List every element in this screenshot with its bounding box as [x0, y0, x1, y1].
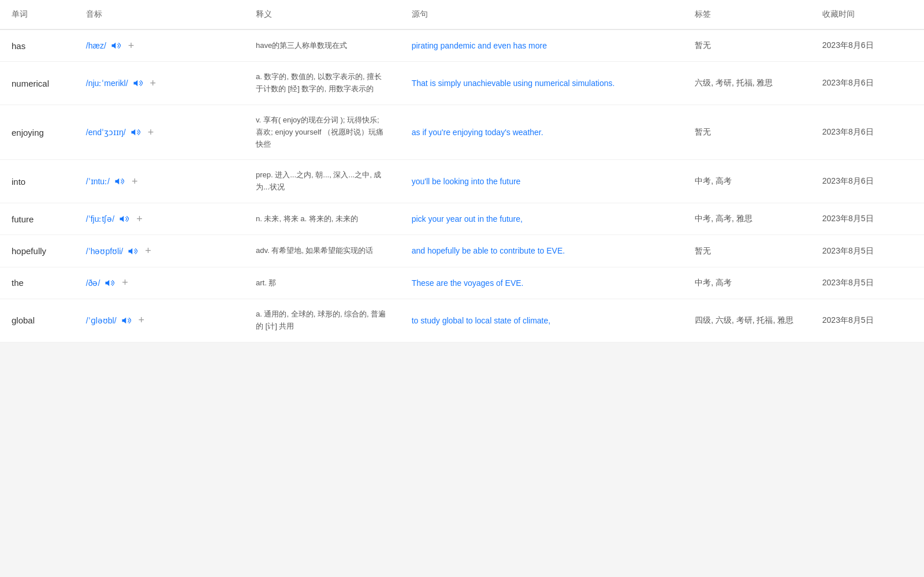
col-header-definition: 释义 [244, 0, 400, 29]
add-tag-button[interactable]: + [143, 245, 154, 257]
tags-cell: 暂无 [683, 105, 811, 159]
col-header-word: 单词 [0, 0, 74, 29]
phonetic-cell: /endˈʒɔɪɪŋ/ + [74, 105, 244, 159]
col-header-date: 收藏时间 [811, 0, 924, 29]
definition-cell: a. 通用的, 全球的, 球形的, 综合的, 普遍的 [计] 共用 [244, 299, 400, 343]
definition-cell: a. 数字的, 数值的, 以数字表示的, 擅长于计数的 [经] 数字的, 用数字… [244, 62, 400, 105]
sound-icon[interactable] [105, 278, 115, 288]
tags-cell: 四级, 六级, 考研, 托福, 雅思 [683, 299, 811, 343]
svg-marker-6 [106, 280, 110, 286]
col-header-tags: 标签 [683, 0, 811, 29]
date-cell: 2023年8月5日 [811, 267, 924, 299]
word-cell: global [0, 299, 74, 343]
tags-cell: 暂无 [683, 29, 811, 62]
phonetic-text: /endˈʒɔɪɪŋ/ [86, 128, 126, 137]
tags-cell: 中考, 高考 [683, 160, 811, 203]
phonetic-cell: /ˈhəʊpfʊli/ + [74, 235, 244, 267]
table-row: hopefully/ˈhəʊpfʊli/ +adv. 有希望地, 如果希望能实现… [0, 235, 924, 267]
sound-icon[interactable] [131, 127, 141, 137]
add-tag-button[interactable]: + [148, 77, 159, 90]
sound-icon[interactable] [111, 40, 121, 51]
sentence-cell[interactable]: you'll be looking into the future [400, 160, 683, 203]
sentence-cell[interactable]: pick your year out in the future, [400, 203, 683, 234]
sentence-cell[interactable]: as if you're enjoying today's weather. [400, 105, 683, 159]
word-cell: into [0, 160, 74, 203]
vocabulary-table: 单词 音标 释义 源句 标签 收藏时间 has/hæz/ +have的第三人称单… [0, 0, 924, 343]
sound-icon[interactable] [119, 214, 129, 224]
svg-marker-1 [133, 80, 137, 87]
sound-icon[interactable] [121, 315, 132, 326]
add-tag-button[interactable]: + [134, 213, 145, 225]
tags-cell: 中考, 高考 [683, 267, 811, 299]
date-cell: 2023年8月6日 [811, 29, 924, 62]
word-cell: the [0, 267, 74, 299]
table-row: numerical/njuːˈmerikl/ +a. 数字的, 数值的, 以数字… [0, 62, 924, 105]
date-cell: 2023年8月6日 [811, 160, 924, 203]
date-cell: 2023年8月6日 [811, 62, 924, 105]
definition-cell: n. 未来, 将来 a. 将来的, 未来的 [244, 203, 400, 234]
definition-cell: adv. 有希望地, 如果希望能实现的话 [244, 235, 400, 267]
date-cell: 2023年8月5日 [811, 203, 924, 234]
sentence-cell[interactable]: That is simply unachievable using numeri… [400, 62, 683, 105]
sentence-cell[interactable]: These are the voyages of EVE. [400, 267, 683, 299]
sentence-cell[interactable]: to study global to local state of climat… [400, 299, 683, 343]
phonetic-text: /ðə/ [86, 278, 100, 288]
svg-marker-7 [122, 318, 126, 324]
date-cell: 2023年8月6日 [811, 105, 924, 159]
tags-cell: 暂无 [683, 235, 811, 267]
add-tag-button[interactable]: + [129, 176, 140, 188]
phonetic-text: /ˈhəʊpfʊli/ [86, 247, 123, 256]
sentence-cell[interactable]: pirating pandemic and even has more [400, 29, 683, 62]
definition-cell: art. 那 [244, 267, 400, 299]
phonetic-text: /hæz/ [86, 41, 106, 50]
definition-cell: v. 享有( enjoy的现在分词 ); 玩得快乐; 喜欢; enjoy you… [244, 105, 400, 159]
add-tag-button[interactable]: + [120, 277, 131, 289]
tags-cell: 六级, 考研, 托福, 雅思 [683, 62, 811, 105]
table-row: global/ˈɡləʊbl/ +a. 通用的, 全球的, 球形的, 综合的, … [0, 299, 924, 343]
date-cell: 2023年8月5日 [811, 299, 924, 343]
sentence-cell[interactable]: and hopefully be able to contribute to E… [400, 235, 683, 267]
table-row: future/ˈfjuːtʃə/ +n. 未来, 将来 a. 将来的, 未来的p… [0, 203, 924, 234]
word-cell: hopefully [0, 235, 74, 267]
phonetic-cell: /hæz/ + [74, 29, 244, 62]
sound-icon[interactable] [133, 78, 143, 88]
phonetic-text: /ˈfjuːtʃə/ [86, 214, 114, 224]
phonetic-text: /njuːˈmerikl/ [86, 79, 128, 88]
table-row: into/ˈɪntuː/ +prep. 进入...之内, 朝..., 深入...… [0, 160, 924, 203]
svg-marker-5 [129, 248, 133, 254]
add-tag-button[interactable]: + [136, 314, 147, 326]
add-tag-button[interactable]: + [126, 40, 137, 52]
svg-marker-2 [131, 129, 135, 136]
table-row: enjoying/endˈʒɔɪɪŋ/ +v. 享有( enjoy的现在分词 )… [0, 105, 924, 159]
word-cell: numerical [0, 62, 74, 105]
date-cell: 2023年8月5日 [811, 235, 924, 267]
sound-icon[interactable] [114, 176, 125, 187]
sound-icon[interactable] [128, 246, 138, 256]
svg-marker-0 [111, 43, 116, 49]
phonetic-cell: /ˈɪntuː/ + [74, 160, 244, 203]
col-header-phonetic: 音标 [74, 0, 244, 29]
phonetic-cell: /ˈfjuːtʃə/ + [74, 203, 244, 234]
table-row: has/hæz/ +have的第三人称单数现在式pirating pandemi… [0, 29, 924, 62]
word-cell: has [0, 29, 74, 62]
word-cell: enjoying [0, 105, 74, 159]
definition-cell: prep. 进入...之内, 朝..., 深入...之中, 成为...状况 [244, 160, 400, 203]
definition-cell: have的第三人称单数现在式 [244, 29, 400, 62]
phonetic-text: /ˈɪntuː/ [86, 177, 110, 186]
table-row: the/ðə/ +art. 那These are the voyages of … [0, 267, 924, 299]
phonetic-cell: /ˈɡləʊbl/ + [74, 299, 244, 343]
phonetic-text: /ˈɡləʊbl/ [86, 316, 117, 325]
tags-cell: 中考, 高考, 雅思 [683, 203, 811, 234]
col-header-sentence: 源句 [400, 0, 683, 29]
phonetic-cell: /ðə/ + [74, 267, 244, 299]
svg-marker-3 [116, 178, 120, 185]
phonetic-cell: /njuːˈmerikl/ + [74, 62, 244, 105]
svg-marker-4 [120, 216, 124, 222]
word-cell: future [0, 203, 74, 234]
add-tag-button[interactable]: + [146, 126, 157, 139]
